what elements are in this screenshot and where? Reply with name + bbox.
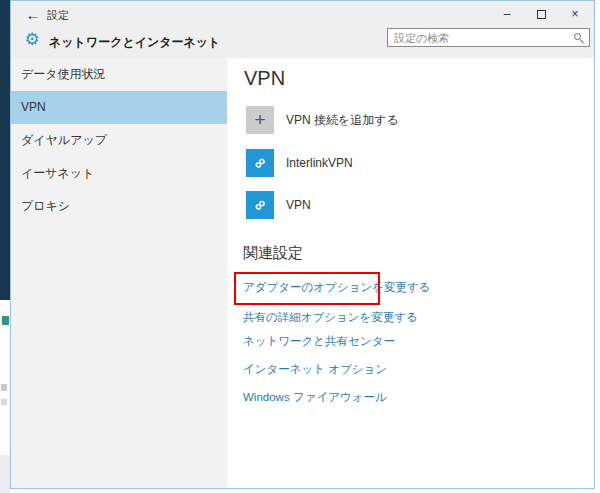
maximize-button[interactable] <box>524 1 558 27</box>
back-button[interactable]: ← <box>21 4 45 26</box>
maximize-icon <box>537 10 546 19</box>
sidebar-item-data-usage[interactable]: データ使用状況 <box>11 58 227 91</box>
sidebar-item-proxy[interactable]: プロキシ <box>11 190 227 223</box>
link-change-sharing-options[interactable]: 共有の詳細オプションを変更する <box>243 310 418 325</box>
background-window-fragment <box>0 455 10 493</box>
minimize-button[interactable]: – <box>490 1 524 27</box>
background-window-fragment <box>1 384 7 391</box>
category-title: ネットワークとインターネット <box>49 34 220 51</box>
background-window-fragment <box>1 399 7 405</box>
search-icon-tail <box>580 39 584 43</box>
plus-icon: + <box>246 106 274 134</box>
vpn-glyph: ∞ <box>250 195 269 214</box>
vpn-connection-interlinkvpn[interactable]: ∞ InterlinkVPN <box>246 149 466 177</box>
vpn-glyph: ∞ <box>250 153 269 172</box>
back-arrow-icon: ← <box>26 6 41 23</box>
vpn-icon: ∞ <box>246 191 274 219</box>
vpn-icon: ∞ <box>246 149 274 177</box>
caption-buttons: – × <box>490 1 592 29</box>
settings-window: ← 設定 – × ⚙ ネットワークとインターネット <box>10 0 595 489</box>
vpn-connection-name: VPN <box>286 198 311 212</box>
plus-glyph: + <box>254 109 265 131</box>
desktop-background-strip <box>0 0 10 493</box>
gear-icon: ⚙ <box>22 30 42 50</box>
close-button[interactable]: × <box>558 1 592 27</box>
sidebar-nav: データ使用状況 VPN ダイヤルアップ イーサネット プロキシ <box>11 58 227 488</box>
search-box <box>387 28 590 47</box>
link-network-sharing-center[interactable]: ネットワークと共有センター <box>243 334 395 349</box>
vpn-connection-name: InterlinkVPN <box>286 156 353 170</box>
minimize-icon: – <box>504 7 511 21</box>
link-internet-options[interactable]: インターネット オプション <box>243 362 387 377</box>
sidebar-item-ethernet[interactable]: イーサネット <box>11 157 227 190</box>
page-title: VPN <box>244 67 285 90</box>
related-settings-heading: 関連設定 <box>243 244 303 263</box>
sidebar-item-dialup[interactable]: ダイヤルアップ <box>11 124 227 157</box>
link-change-adapter-options[interactable]: アダプターのオプションを変更する <box>243 280 431 295</box>
close-icon: × <box>571 7 578 21</box>
desktop-background-dark-area <box>0 0 10 300</box>
add-vpn-button[interactable]: + VPN 接続を追加する <box>246 106 466 134</box>
link-windows-firewall[interactable]: Windows ファイアウォール <box>243 390 387 405</box>
background-window-icon-fragment <box>2 316 9 325</box>
search-icon[interactable] <box>574 33 584 43</box>
sidebar-item-vpn[interactable]: VPN <box>11 91 227 124</box>
vpn-connection-vpn[interactable]: ∞ VPN <box>246 191 466 219</box>
add-vpn-label: VPN 接続を追加する <box>286 112 399 129</box>
window-title: 設定 <box>47 8 69 23</box>
window-header: ← 設定 – × ⚙ ネットワークとインターネット <box>11 1 594 58</box>
titlebar: ← 設定 – × <box>11 1 594 29</box>
search-input[interactable] <box>388 29 568 46</box>
